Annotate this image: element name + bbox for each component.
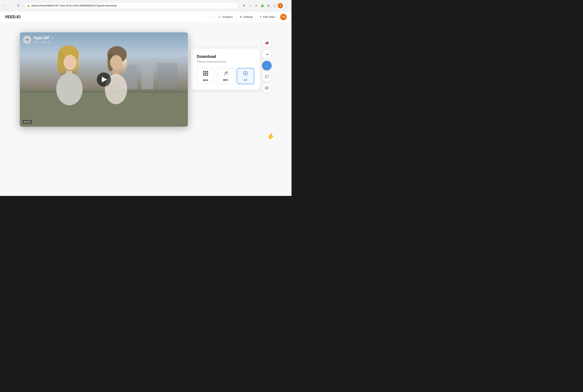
svg-rect-21 — [207, 71, 208, 72]
floating-action-buttons: 📣 ↗ ↓ — [262, 37, 272, 93]
megaphone-button[interactable]: 📣 — [262, 38, 272, 48]
video-title-row: Hype GIF ✎ — [34, 36, 54, 40]
analytics-icon: 📈 — [218, 16, 221, 18]
svg-rect-3 — [141, 61, 154, 89]
video-dot: · — [40, 40, 40, 44]
download-action-button[interactable]: ↓ — [262, 61, 272, 70]
video-section: TO Hype GIF ✎ Toni · May 15 — [20, 32, 188, 127]
right-side: Download Choose download format — [191, 32, 272, 93]
download-panel: Download Choose download format — [191, 48, 260, 90]
cursor-hand: 👆 — [268, 132, 274, 139]
menu-button[interactable]: ⋮ — [284, 3, 289, 8]
analytics-label: Analytics — [222, 16, 233, 18]
captions-icon — [265, 86, 269, 91]
edit-video-label: Edit Video — [263, 16, 275, 18]
mp3-icon — [223, 71, 228, 77]
svg-point-16 — [110, 55, 122, 70]
nav-right: ··· 📈 Analytics ⚙ Settings ✎ Edit Video … — [207, 14, 287, 20]
analytics-button[interactable]: 📈 Analytics — [215, 14, 236, 20]
vivaldi-button[interactable]: V — [254, 3, 259, 8]
back-button[interactable]: ← — [2, 3, 8, 8]
megaphone-icon: 📣 — [264, 41, 269, 45]
settings-button[interactable]: ⚙ Settings — [237, 14, 256, 20]
video-title: Hype GIF — [34, 36, 50, 40]
svg-rect-24 — [207, 73, 208, 74]
play-icon — [102, 77, 107, 82]
video-info-overlay: TO Hype GIF ✎ Toni · May 15 — [23, 36, 54, 44]
mp4-label: MP4 — [203, 79, 208, 82]
more-button[interactable]: ··· — [207, 14, 214, 20]
video-date: May 15 — [42, 40, 50, 44]
play-button[interactable] — [97, 72, 111, 86]
main-content: TO Hype GIF ✎ Toni · May 15 — [0, 23, 292, 196]
svg-rect-4 — [158, 63, 178, 89]
svg-rect-1 — [20, 89, 188, 127]
tab-groups-button[interactable]: ⊞ — [266, 3, 271, 8]
gif-label: GIF — [244, 79, 248, 82]
svg-point-12 — [56, 73, 82, 105]
share-button[interactable]: ↗ — [262, 50, 272, 59]
video-user-avatar: TO — [23, 36, 31, 44]
settings-icon: ⚙ — [240, 16, 242, 18]
video-author: Toni — [34, 40, 38, 44]
upload-page-button[interactable]: ⬆ — [241, 3, 247, 8]
window-button[interactable]: ▢ — [272, 3, 277, 8]
edit-video-button[interactable]: ✎ Edit Video — [257, 14, 278, 20]
settings-label: Settings — [243, 16, 253, 18]
app-container: VEED.IO ··· 📈 Analytics ⚙ Settings ✎ Edi… — [0, 11, 292, 196]
comment-button[interactable] — [262, 72, 272, 82]
mp3-label: MP3 — [223, 79, 228, 82]
svg-rect-22 — [203, 73, 204, 74]
format-options: MP4 MP3 — [197, 68, 254, 84]
url-text: veed.io/view/49d0e7a5-72aa-431b-a7bd-eb9… — [31, 4, 236, 7]
svg-rect-31 — [265, 86, 268, 89]
forward-button[interactable]: → — [9, 3, 14, 8]
logo[interactable]: VEED.IO — [5, 14, 21, 19]
comment-icon — [265, 74, 269, 80]
captions-button[interactable] — [262, 84, 272, 93]
video-meta-row: Toni · May 15 — [34, 40, 54, 44]
video-edit-icon[interactable]: ✎ — [51, 36, 54, 40]
share-icon: ↗ — [264, 52, 269, 57]
video-title-group: Hype GIF ✎ Toni · May 15 — [34, 36, 54, 44]
profile-avatar[interactable]: T — [278, 3, 283, 8]
refresh-button[interactable]: ↻ — [16, 3, 21, 8]
gif-icon — [243, 71, 248, 77]
format-mp4-button[interactable]: MP4 — [197, 68, 214, 84]
format-mp3-button[interactable]: MP3 — [217, 68, 234, 84]
svg-rect-25 — [203, 74, 204, 76]
svg-point-10 — [64, 55, 76, 70]
svg-rect-5 — [20, 91, 188, 93]
svg-rect-26 — [205, 74, 206, 76]
download-subtitle: Choose download format — [197, 60, 254, 63]
address-bar[interactable]: 🔒 veed.io/view/49d0e7a5-72aa-431b-a7bd-e… — [24, 2, 238, 9]
extensions-button[interactable]: 🧩 — [260, 3, 265, 8]
svg-rect-23 — [205, 73, 206, 74]
panel-with-buttons: Download Choose download format — [191, 37, 272, 93]
svg-rect-27 — [207, 74, 208, 76]
edit-icon: ✎ — [260, 16, 262, 18]
bookmark-button[interactable]: ☆ — [247, 3, 253, 8]
video-player: TO Hype GIF ✎ Toni · May 15 — [20, 32, 188, 127]
top-nav: VEED.IO ··· 📈 Analytics ⚙ Settings ✎ Edi… — [0, 11, 292, 23]
download-title: Download — [197, 54, 254, 59]
browser-actions: ⬆ ☆ V 🧩 ⊞ ▢ T ⋮ — [241, 3, 289, 8]
user-avatar[interactable]: TO — [280, 14, 287, 20]
lock-icon: 🔒 — [27, 4, 30, 7]
svg-rect-20 — [205, 71, 206, 72]
mp4-icon — [203, 70, 208, 77]
download-icon: ↓ — [266, 64, 268, 68]
nav-buttons: ← → ↻ — [2, 3, 21, 8]
svg-rect-19 — [203, 71, 204, 72]
more-icon: ··· — [209, 16, 212, 18]
format-gif-button[interactable]: GIF — [237, 68, 254, 84]
svg-point-30 — [245, 73, 246, 74]
browser-chrome: ← → ↻ 🔒 veed.io/view/49d0e7a5-72aa-431b-… — [0, 0, 292, 11]
video-timestamp: 00:02 — [23, 120, 32, 124]
